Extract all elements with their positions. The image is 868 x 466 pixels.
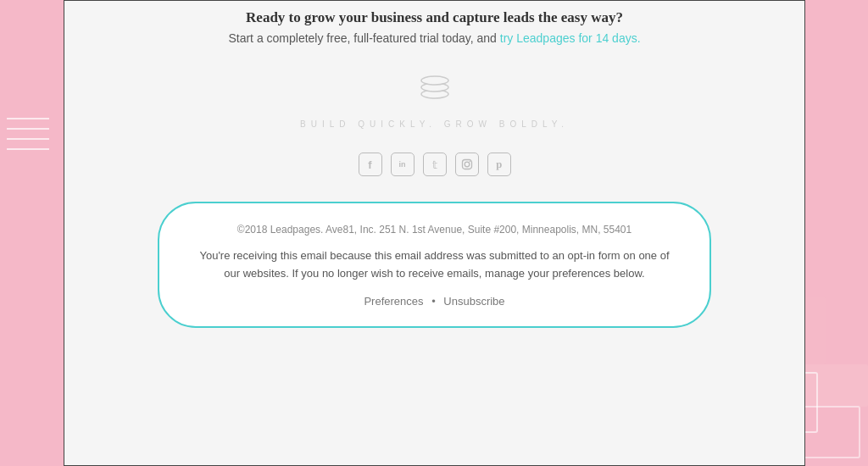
subtext-prefix: Start a completely free, full-featured t… [228,31,499,45]
preferences-link[interactable]: Preferences [364,295,423,308]
footer-body-text: You're receiving this email because this… [198,247,671,283]
unsubscribe-link[interactable]: Unsubscribe [443,295,504,308]
trial-link[interactable]: try Leadpages for 14 days. [500,31,641,45]
deco-lines-left [7,110,53,169]
subtext: Start a completely free, full-featured t… [132,31,737,45]
svg-point-14 [469,161,470,163]
email-container: Ready to grow your business and capture … [64,0,805,466]
social-icons-row: f in 𝕥 𝐩 [132,153,737,176]
footer-box: ©2018 Leadpages. Ave81, Inc. 251 N. 1st … [158,202,711,328]
email-body: Ready to grow your business and capture … [64,1,804,362]
headline-section: Ready to grow your business and capture … [132,9,737,26]
stack-layers-icon [418,70,452,101]
pinterest-icon[interactable]: 𝐩 [487,153,511,176]
footer-address: ©2018 Leadpages. Ave81, Inc. 251 N. 1st … [198,222,671,237]
svg-point-11 [421,76,448,85]
linkedin-icon[interactable]: in [391,153,415,176]
svg-rect-6 [800,364,868,407]
tagline-text: BUILD QUICKLY. GROW BOLDLY. [132,119,737,129]
logo-icon-area [132,70,737,104]
facebook-icon[interactable]: f [359,153,382,176]
twitter-icon[interactable]: 𝕥 [423,153,447,176]
svg-point-13 [465,162,470,167]
instagram-icon[interactable] [455,153,479,176]
headline-text: Ready to grow your business and capture … [132,9,737,26]
footer-links-row: Preferences • Unsubscribe [198,295,671,308]
separator: • [431,295,436,308]
